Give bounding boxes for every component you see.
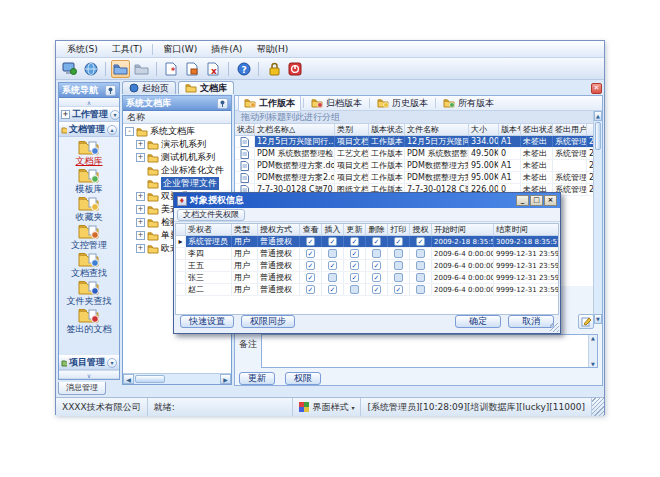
column-header[interactable]: 开始时间 [432,224,494,235]
tree-node[interactable]: + 测试机机系列 [123,151,231,164]
tab-inactive[interactable]: 起始页 [122,81,176,94]
dialog-titlebar[interactable]: ♦ 对象授权信息 _ □ × [174,193,560,208]
perm-checkbox[interactable] [372,249,381,258]
menu-item-1[interactable]: 系统(S) [60,41,105,58]
column-header[interactable]: 签出用户 [553,124,587,135]
column-header[interactable]: 结束时间 [494,224,559,235]
globe-icon[interactable] [81,60,100,78]
version-tab-1[interactable]: 工作版本 [238,95,301,112]
perm-checkbox[interactable]: ✓ [350,261,359,270]
help-icon[interactable]: ? [234,60,253,78]
scroll-down-icon[interactable]: ▼ [594,314,602,324]
column-header[interactable]: 授权方式 [258,224,300,235]
doc-checkin-icon[interactable] [183,60,202,78]
permission-row[interactable]: 王五用户普通授权✓✓✓✓2009-6-4 0:00:009999-12-31 2… [176,260,558,272]
update-button[interactable]: 更新 [239,372,275,385]
scroll-down-icon[interactable]: ▼ [589,361,597,367]
expand-icon[interactable]: + [136,140,145,149]
sidebar-item[interactable]: 文控管理 [59,223,119,250]
sidebar-item[interactable]: 签出的文档 [59,307,119,334]
perm-checkbox[interactable]: ✓ [328,237,337,246]
tree-node[interactable]: + 演示机系列 [123,138,231,151]
column-header[interactable]: 插入 [322,224,344,235]
sidebar-item[interactable]: 文档查找 [59,251,119,278]
perm-checkbox[interactable]: ✓ [394,237,403,246]
perm-checkbox[interactable] [394,273,403,282]
permission-row[interactable]: 李四用户普通授权✓✓2009-6-4 0:00:009999-12-31 23:… [176,248,558,260]
perm-checkbox[interactable] [416,261,425,270]
permission-row[interactable]: 赵二用户普通授权✓✓✓✓2009-6-4 0:00:009999-12-31 2… [176,284,558,296]
quick-setup-button[interactable]: 快速设置 [180,315,234,328]
column-header[interactable]: 版本状态 [369,124,405,135]
perm-checkbox[interactable] [394,261,403,270]
resize-grip[interactable] [550,323,559,332]
perm-checkbox[interactable]: ✓ [328,285,337,294]
pin-icon[interactable] [217,98,228,109]
sidebar-group-doc[interactable]: 文档管理 ▴ [59,122,119,137]
version-tab-3[interactable]: 历史版本 [372,96,433,111]
cancel-button[interactable]: 取消 [508,315,554,328]
ok-button[interactable]: 确定 [455,315,501,328]
permission-sync-button[interactable]: 权限同步 [241,315,295,328]
edit-remark-button[interactable] [578,314,594,329]
tree-column-header[interactable]: 名称 [123,111,231,124]
expand-icon[interactable]: + [136,218,145,227]
column-header[interactable]: 删除 [366,224,388,235]
perm-checkbox[interactable]: ✓ [306,285,315,294]
scroll-down-chevron[interactable]: ∨ [59,370,119,379]
column-header[interactable]: 受权者 [186,224,232,235]
expand-icon[interactable]: - [125,127,134,136]
scroll-up-icon[interactable]: ▲ [589,335,597,341]
sidebar-item[interactable]: 文件夹查找 [59,279,119,306]
scroll-right-icon[interactable]: ▶ [220,374,231,384]
menu-item-5[interactable]: 帮助(H) [249,41,295,58]
perm-checkbox[interactable]: ✓ [350,273,359,282]
perm-checkbox[interactable] [328,273,337,282]
column-header[interactable]: 文档名称 △ [255,124,335,135]
tab-folder-permissions[interactable]: 文档文件夹权限 [177,209,245,221]
scrollbar-thumb[interactable] [135,375,165,383]
column-header[interactable]: 更新 [344,224,366,235]
expand-icon[interactable]: + [61,110,70,119]
version-tab-4[interactable]: 所有版本 [438,96,499,111]
permission-row[interactable]: 张三用户普通授权✓✓✓2009-6-4 0:00:009999-12-31 23… [176,272,558,284]
expand-icon[interactable]: + [136,153,145,162]
doc-new-icon[interactable]: * [162,60,181,78]
perm-checkbox[interactable]: ✓ [350,237,359,246]
perm-checkbox[interactable]: ✓ [394,285,403,294]
table-row[interactable]: 12月5日万兴隆同行...项目文档工作版本12月5日万兴隆同行...334.00… [235,136,602,148]
column-header[interactable]: 类型 [232,224,258,235]
column-header[interactable]: 大小 [469,124,499,135]
perm-checkbox[interactable]: ✓ [416,237,425,246]
column-header[interactable]: 打印 [388,224,410,235]
tab-active[interactable]: 文档库 [178,81,234,94]
sidebar-item[interactable]: 模板库 [59,167,119,194]
doc-delete-icon[interactable]: x [204,60,223,78]
lock-icon[interactable] [264,60,283,78]
expand-icon[interactable]: + [136,192,145,201]
perm-checkbox[interactable]: ✓ [372,237,381,246]
perm-checkbox[interactable]: ✓ [306,237,315,246]
menu-item-2[interactable]: 工具(T) [105,41,150,58]
scroll-up-chevron[interactable]: ∧ [59,98,119,107]
perm-checkbox[interactable] [416,285,425,294]
scroll-left-icon[interactable]: ◀ [123,374,134,384]
column-header[interactable]: 查看 [300,224,322,235]
sidebar-item[interactable]: 收藏夹 [59,195,119,222]
tree-node[interactable]: 企业管理文件 [123,177,231,190]
remark-scrollbar[interactable]: ▲ ▼ [588,335,597,367]
folder-closed-icon[interactable] [132,60,151,78]
resize-grip[interactable] [592,398,604,416]
expand-icon[interactable]: + [136,244,145,253]
chevron-down-icon[interactable]: ▾ [107,358,117,368]
expand-icon[interactable]: + [136,231,145,240]
column-header[interactable]: 签出状态 [521,124,553,135]
close-icon[interactable]: × [544,195,557,206]
table-row[interactable]: PDM数据整理方案.doc项目文档工作版本PDM数据整理方案.doc95.00K… [235,160,602,172]
pin-icon[interactable] [105,85,116,96]
perm-checkbox[interactable]: ✓ [372,273,381,282]
perm-checkbox[interactable]: ✓ [372,261,381,270]
perm-checkbox[interactable] [394,249,403,258]
table-row[interactable]: PDM 系统数据整理检...工艺文档工作版本PDM 系统数据整理...49.50… [235,148,602,160]
scroll-up-icon[interactable]: ▲ [594,111,602,121]
